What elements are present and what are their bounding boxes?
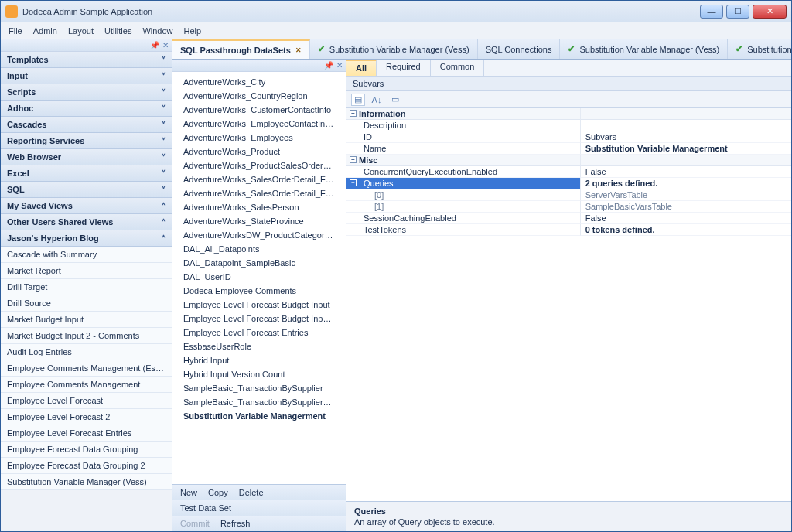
dataset-item[interactable]: Employee Level Forecast Budget Input <box>172 298 346 312</box>
sidebar-item[interactable]: Drill Source <box>1 295 172 312</box>
copy-button[interactable]: Copy <box>208 488 228 497</box>
sidebar-section[interactable]: Cascades˅ <box>1 117 172 133</box>
close-tab-icon[interactable]: ✕ <box>295 46 302 54</box>
sidebar-section[interactable]: My Saved Views˄ <box>1 198 172 214</box>
close-button[interactable]: ✕ <box>753 5 787 19</box>
sidebar-section[interactable]: Web Browser˅ <box>1 149 172 165</box>
delete-button[interactable]: Delete <box>239 488 264 497</box>
document-tab[interactable]: SQL Connections <box>478 39 561 59</box>
dataset-item[interactable]: AdventureWorks_StateProvince <box>172 214 346 228</box>
commit-button[interactable]: Commit <box>180 519 210 528</box>
dataset-item[interactable]: DAL_Datapoint_SampleBasic <box>172 256 346 270</box>
refresh-button[interactable]: Refresh <box>220 519 251 528</box>
dataset-item[interactable]: AdventureWorks_EmployeeContactInfo_U... <box>172 117 346 131</box>
prop-group-header[interactable]: −Information <box>346 108 792 120</box>
close-panel-icon[interactable]: ✕ <box>336 61 343 70</box>
dataset-item[interactable]: AdventureWorks_ProductSalesOrderDetail <box>172 159 346 172</box>
sidebar-section[interactable]: Other Users Shared Views˄ <box>1 214 172 230</box>
alphabetical-icon[interactable]: A↓ <box>370 94 384 106</box>
menu-file[interactable]: File <box>9 26 22 36</box>
dataset-item[interactable]: AdventureWorks_Product <box>172 145 346 159</box>
prop-row[interactable]: [1]SampleBasicVarsTable <box>346 201 792 213</box>
check-icon: ✔ <box>318 44 325 54</box>
menu-window[interactable]: Window <box>142 26 172 36</box>
close-panel-icon[interactable]: ✕ <box>162 41 169 49</box>
menu-layout[interactable]: Layout <box>68 26 94 36</box>
prop-row[interactable]: NameSubstitution Variable Managerment <box>346 143 792 155</box>
dataset-item[interactable]: Employee Level Forecast Budget Input Ent… <box>172 312 346 326</box>
test-dataset-button[interactable]: Test Data Set <box>180 503 231 513</box>
sidebar-item[interactable]: Employee Comments Management (Essbase.. <box>1 360 172 377</box>
sidebar-item[interactable]: Audit Log Entries <box>1 344 172 360</box>
sidebar-item[interactable]: Employee Forecast Data Grouping 2 <box>1 458 172 474</box>
dataset-item[interactable]: EssbaseUserRole <box>172 339 346 353</box>
sidebar-item[interactable]: Cascade with Summary <box>1 247 172 263</box>
dataset-item[interactable]: Hybrid Input Version Count <box>172 367 346 381</box>
property-panel: All Required Common Subvars ▤ A↓ ▭ −Info… <box>346 60 792 531</box>
sidebar-item[interactable]: Employee Forecast Data Grouping <box>1 442 172 458</box>
document-tab[interactable]: ✔Substitution Variable Manager (Vess) <box>560 39 728 59</box>
dataset-item[interactable]: Dodeca Employee Comments <box>172 284 346 298</box>
pin-icon[interactable]: 📌 <box>150 41 159 49</box>
dataset-item[interactable]: Hybrid Input <box>172 353 346 367</box>
sidebar-section[interactable]: Jason's Hyperion Blog˄ <box>1 230 172 247</box>
dataset-item[interactable]: SampleBasic_TransactionBySupplier <box>172 381 346 395</box>
sidebar-item[interactable]: Market Budget Input <box>1 312 172 328</box>
dataset-item[interactable]: AdventureWorksDW_ProductCategories <box>172 228 346 242</box>
sidebar-section[interactable]: Input˅ <box>1 68 172 84</box>
filter-required[interactable]: Required <box>377 60 431 76</box>
categorized-icon[interactable]: ▤ <box>351 94 365 106</box>
prop-row[interactable]: [0]ServerVarsTable <box>346 189 792 201</box>
minimize-button[interactable]: — <box>700 5 723 19</box>
sidebar-section[interactable]: Templates˅ <box>1 52 172 68</box>
dataset-item[interactable]: AdventureWorks_SalesOrderDetail_Filtere.… <box>172 172 346 186</box>
sidebar-section[interactable]: Reporting Services˅ <box>1 133 172 149</box>
prop-row[interactable]: Description <box>346 120 792 131</box>
prop-group-header[interactable]: −Misc <box>346 155 792 166</box>
prop-row[interactable]: IDSubvars <box>346 131 792 143</box>
property-grid[interactable]: −InformationDescriptionIDSubvarsNameSubs… <box>346 108 792 501</box>
tab-sql-passthrough[interactable]: SQL Passthrough DataSets ✕ <box>172 39 310 59</box>
sidebar-section[interactable]: Adhoc˅ <box>1 101 172 117</box>
prop-row[interactable]: SessionCachingEnabledFalse <box>346 213 792 224</box>
property-pages-icon[interactable]: ▭ <box>388 94 402 106</box>
dataset-item[interactable]: AdventureWorks_CustomerContactInfo <box>172 103 346 117</box>
sidebar-item[interactable]: Employee Comments Management <box>1 377 172 393</box>
dataset-list[interactable]: AdventureWorks_CityAdventureWorks_Countr… <box>172 72 346 484</box>
dataset-item[interactable]: AdventureWorks_SalesPerson <box>172 200 346 214</box>
sidebar-pin-strip: 📌 ✕ <box>1 39 172 52</box>
prop-row[interactable]: −Queries2 queries defined.… <box>346 178 792 189</box>
menu-utilities[interactable]: Utilities <box>104 26 131 36</box>
desc-text: An array of Query objects to execute. <box>354 517 792 527</box>
sidebar-section[interactable]: Scripts˅ <box>1 84 172 101</box>
new-button[interactable]: New <box>180 488 197 497</box>
sidebar-item[interactable]: Substitution Variable Manager (Vess) <box>1 474 172 490</box>
sidebar-item[interactable]: Employee Level Forecast <box>1 393 172 409</box>
sidebar-section[interactable]: Excel˅ <box>1 165 172 182</box>
sidebar-item[interactable]: Drill Target <box>1 279 172 295</box>
sidebar-section[interactable]: SQL˅ <box>1 182 172 198</box>
dataset-item[interactable]: AdventureWorks_CountryRegion <box>172 89 346 103</box>
dataset-item[interactable]: DAL_All_Datapoints <box>172 242 346 256</box>
menu-help[interactable]: Help <box>184 26 202 36</box>
filter-common[interactable]: Common <box>431 60 485 76</box>
dataset-item[interactable]: AdventureWorks_Employees <box>172 131 346 145</box>
filter-all[interactable]: All <box>346 60 377 76</box>
dataset-item[interactable]: Employee Level Forecast Entries <box>172 326 346 339</box>
sidebar-item[interactable]: Employee Level Forecast 2 <box>1 409 172 425</box>
pin-icon[interactable]: 📌 <box>324 61 333 70</box>
dataset-item-selected[interactable]: Substitution Variable Managerment <box>172 409 346 423</box>
menu-admin[interactable]: Admin <box>33 26 57 36</box>
document-tab[interactable]: ✔Substitution Variable Manager (Vess) <box>310 39 478 59</box>
dataset-item[interactable]: SampleBasic_TransactionBySupplier_All <box>172 395 346 409</box>
dataset-item[interactable]: AdventureWorks_SalesOrderDetail_Filtere.… <box>172 186 346 200</box>
dataset-item[interactable]: AdventureWorks_City <box>172 75 346 89</box>
sidebar-item[interactable]: Market Report <box>1 263 172 279</box>
prop-row[interactable]: TestTokens0 tokens defined. <box>346 224 792 236</box>
prop-row[interactable]: ConcurrentQueryExecutionEnabledFalse <box>346 166 792 178</box>
maximize-button[interactable]: ☐ <box>726 5 749 19</box>
sidebar-item[interactable]: Employee Level Forecast Entries <box>1 425 172 442</box>
document-tab[interactable]: ✔Substitution▼◀▶ <box>728 39 792 59</box>
dataset-item[interactable]: DAL_UserID <box>172 270 346 284</box>
sidebar-item[interactable]: Market Budget Input 2 - Comments <box>1 328 172 344</box>
